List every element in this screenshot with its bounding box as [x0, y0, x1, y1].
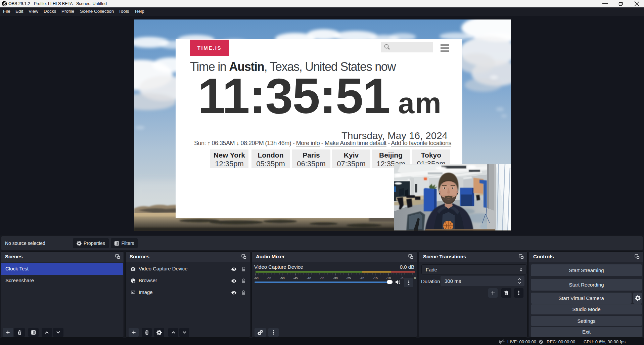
svg-text:-45: -45 — [293, 276, 298, 280]
svg-text:-5: -5 — [401, 276, 403, 280]
svg-text:-50: -50 — [280, 276, 285, 280]
svg-text:-20: -20 — [360, 276, 364, 280]
svg-text:-30: -30 — [333, 276, 338, 280]
svg-text:-40: -40 — [307, 276, 311, 280]
svg-text:-60: -60 — [254, 276, 259, 280]
svg-text:-55: -55 — [267, 276, 271, 280]
svg-text:-25: -25 — [346, 276, 351, 280]
svg-text:-15: -15 — [373, 276, 378, 280]
svg-text:-35: -35 — [320, 276, 324, 280]
svg-text:0: 0 — [414, 276, 416, 280]
svg-text:-10: -10 — [386, 276, 391, 280]
